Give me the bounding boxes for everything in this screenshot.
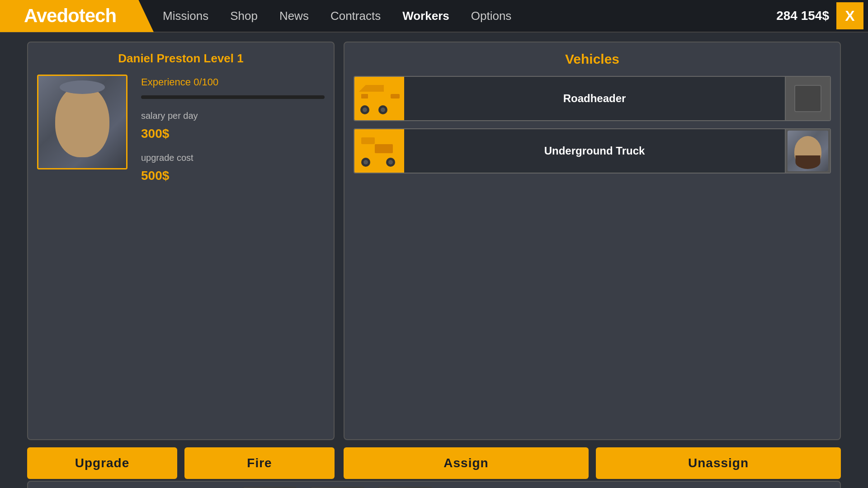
truck-slot [785,128,830,174]
empty-slot [794,85,821,112]
lucas-portrait [242,487,297,488]
nav-news[interactable]: News [279,9,309,23]
worker-portrait [37,75,127,169]
action-buttons-left: Upgrade Fire [27,447,335,479]
main-content: Daniel Preston Level 1 Experience 0/100 … [0,33,868,488]
truck-icon [357,133,402,169]
svg-rect-14 [375,144,393,153]
topnav: Avedotech Missions Shop News Contracts W… [0,0,868,33]
salary-label: salary per day [141,111,325,121]
action-buttons-right: Assign Unassign [344,447,841,479]
worker-thumb-lucas[interactable]: Lucas Henderson [242,487,297,488]
svg-rect-1 [391,94,400,99]
roadheader-thumb [354,76,404,121]
close-button[interactable]: X [836,2,863,29]
filled-slot [788,131,828,171]
worker-title: Daniel Preston Level 1 [37,52,325,66]
roadheader-slot [785,76,830,121]
fire-button[interactable]: Fire [184,447,335,479]
workers-row: Daniel Preston Danny Smith [27,481,841,488]
assigned-worker-face [788,131,828,171]
svg-rect-7 [361,94,368,99]
roadheader-name: Roadheader [404,92,785,105]
thomas-portrait [378,487,432,488]
upgrade-cost-value: 500$ [141,169,325,183]
svg-point-3 [363,108,367,112]
svg-rect-9 [361,137,375,144]
exp-label: Experience 0/100 [141,76,325,88]
mini-beard [796,155,821,169]
truck-thumb [354,128,404,174]
right-panel: Vehicles Roadheader [344,42,841,479]
exp-bar-container [141,95,325,99]
balance-display: 284 154$ [776,9,829,23]
worker-detail-card: Daniel Preston Level 1 Experience 0/100 … [27,42,335,440]
michael-portrait [310,487,364,488]
left-panel: Daniel Preston Level 1 Experience 0/100 … [27,42,335,479]
nav-options[interactable]: Options [471,9,512,23]
vehicles-card: Vehicles Roadheader [344,42,841,440]
worker-thumb-michael[interactable]: Michael Jefferson [310,487,364,488]
vehicle-roadheader[interactable]: Roadheader [354,76,831,121]
truck-name: Underground Truck [404,145,785,157]
vehicle-underground-truck[interactable]: Underground Truck [354,128,831,174]
worker-info: Experience 0/100 salary per day 300$ upg… [37,75,325,183]
nav-missions[interactable]: Missions [163,9,208,23]
vehicles-title: Vehicles [354,52,831,67]
unassign-button[interactable]: Unassign [596,447,841,479]
nav-links: Missions Shop News Contracts Workers Opt… [163,9,776,23]
salary-value: 300$ [141,127,325,141]
roadheader-icon [357,80,402,117]
upgrade-button[interactable]: Upgrade [27,447,177,479]
svg-point-5 [381,108,385,112]
nav-shop[interactable]: Shop [230,9,258,23]
svg-marker-6 [359,85,384,92]
svg-point-11 [363,160,368,164]
logo-text: Avedotech [24,5,116,27]
svg-point-13 [388,160,393,164]
assign-button[interactable]: Assign [344,447,589,479]
nav-workers[interactable]: Workers [402,9,449,23]
face-shape [55,85,109,157]
logo: Avedotech [0,0,154,32]
worker-thumb-thomas[interactable]: Thomas Anderson [378,487,432,488]
nav-contracts[interactable]: Contracts [330,9,381,23]
portrait-bg [38,76,126,168]
worker-stats: Experience 0/100 salary per day 300$ upg… [141,75,325,183]
upgrade-cost-label: upgrade cost [141,153,325,163]
